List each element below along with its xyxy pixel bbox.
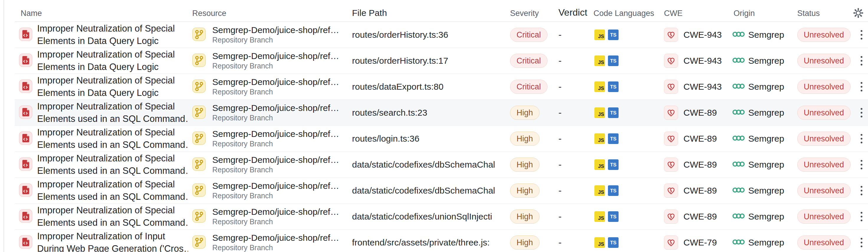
table-row[interactable]: Improper Neutralization of Special Eleme…	[15, 178, 868, 204]
findings-table-screen: NameResourceFile PathSeverityVerdictCode…	[0, 0, 868, 252]
file-path: data/static/codefixes/dbSchemaChal	[352, 178, 510, 203]
row-menu-kebab-icon[interactable]	[859, 157, 864, 172]
javascript-language-icon: JS	[594, 81, 605, 92]
table-row[interactable]: Improper Neutralization of Special Eleme…	[15, 152, 868, 178]
finding-name-line1: Improper Neutralization of Special	[37, 152, 188, 165]
finding-name-line2: Elements in Data Query Logic	[37, 35, 175, 47]
resource-type-label: Repository Branch	[212, 217, 339, 226]
verdict-value: -	[557, 22, 592, 48]
code-file-icon	[19, 183, 32, 198]
table-row[interactable]: Improper Neutralization of Special Eleme…	[15, 48, 868, 74]
broken-heart-icon	[664, 132, 678, 146]
semgrep-origin-icon	[733, 239, 745, 247]
broken-heart-icon	[664, 54, 678, 68]
broken-heart-icon	[664, 209, 678, 224]
table-settings-button[interactable]	[852, 7, 865, 20]
row-menu-kebab-icon[interactable]	[859, 209, 864, 224]
cwe-id: CWE-89	[683, 212, 717, 222]
semgrep-origin-icon	[733, 161, 745, 169]
status-badge: Unresolved	[797, 209, 850, 224]
table-row[interactable]: Improper Neutralization of Special Eleme…	[15, 204, 868, 230]
resource-type-label: Repository Branch	[212, 61, 339, 71]
file-path: routes/orderHistory.ts:36	[352, 22, 510, 48]
cwe-id: CWE-943	[683, 30, 722, 40]
semgrep-origin-icon	[733, 187, 745, 195]
row-menu-kebab-icon[interactable]	[859, 235, 864, 250]
column-header-verdict: Verdict	[557, 0, 592, 22]
column-header-resource: Resource	[191, 0, 352, 22]
semgrep-origin-icon	[733, 135, 745, 143]
row-menu-kebab-icon[interactable]	[859, 105, 864, 120]
resource-name: Semgrep-Demo/juice-shop/ref…	[212, 180, 339, 191]
finding-name-line1: Improper Neutralization of Input	[37, 230, 188, 243]
code-file-icon	[19, 27, 32, 42]
table-row[interactable]: Improper Neutralization of Special Eleme…	[15, 126, 868, 152]
git-branch-icon	[192, 53, 206, 68]
status-badge: Unresolved	[797, 132, 850, 146]
verdict-value: -	[557, 204, 592, 229]
row-menu-kebab-icon[interactable]	[859, 27, 864, 43]
column-header-cwe: CWE	[664, 0, 733, 22]
cwe-id: CWE-943	[683, 82, 722, 92]
typescript-language-icon: TS	[608, 107, 619, 118]
resource-name: Semgrep-Demo/juice-shop/ref…	[212, 51, 339, 61]
finding-name-line1: Improper Neutralization of Special	[37, 48, 175, 61]
broken-heart-icon	[664, 106, 678, 120]
table-body: Improper Neutralization of Special Eleme…	[15, 22, 868, 252]
git-branch-icon	[192, 105, 206, 120]
row-menu-kebab-icon[interactable]	[859, 53, 864, 68]
typescript-language-icon: TS	[608, 29, 619, 40]
row-menu-kebab-icon[interactable]	[859, 131, 864, 146]
findings-table: NameResourceFile PathSeverityVerdictCode…	[15, 0, 868, 252]
table-row[interactable]: Improper Neutralization of Input During …	[15, 230, 868, 252]
finding-name-line2: Elements used in an SQL Command…	[37, 165, 188, 177]
gear-icon	[852, 7, 865, 20]
table-row[interactable]: Improper Neutralization of Special Eleme…	[15, 74, 868, 100]
javascript-language-icon: JS	[594, 55, 605, 66]
file-path: frontend/src/assets/private/three.js:	[352, 230, 510, 252]
resource-type-label: Repository Branch	[212, 113, 339, 122]
finding-name-line2: Elements used in an SQL Command…	[37, 113, 188, 125]
typescript-language-icon: TS	[608, 159, 619, 170]
finding-name-line2: Elements in Data Query Logic	[37, 87, 175, 99]
javascript-language-icon: JS	[594, 107, 605, 118]
row-menu-kebab-icon[interactable]	[859, 183, 864, 198]
resource-name: Semgrep-Demo/juice-shop/ref…	[212, 103, 339, 113]
origin-name: Semgrep	[748, 186, 784, 196]
code-file-icon	[19, 209, 32, 224]
typescript-language-icon: TS	[608, 185, 619, 196]
typescript-language-icon: TS	[608, 211, 619, 222]
status-badge: Unresolved	[797, 80, 850, 94]
column-header-severity: Severity	[510, 0, 557, 22]
severity-badge: Critical	[510, 28, 548, 42]
git-branch-icon	[192, 209, 206, 224]
verdict-value: -	[557, 230, 592, 252]
finding-name-line1: Improper Neutralization of Special	[37, 178, 188, 191]
column-header-path: File Path	[352, 0, 510, 22]
cwe-id: CWE-79	[683, 237, 717, 248]
origin-name: Semgrep	[748, 237, 784, 248]
finding-name-line2: During Web Page Generation ('Cros…	[37, 243, 188, 252]
status-badge: Unresolved	[797, 184, 850, 198]
javascript-language-icon: JS	[594, 29, 605, 40]
code-file-icon	[19, 235, 32, 250]
code-file-icon	[19, 53, 32, 68]
table-row[interactable]: Improper Neutralization of Special Eleme…	[15, 22, 868, 48]
finding-name-line1: Improper Neutralization of Special	[37, 74, 175, 87]
broken-heart-icon	[664, 80, 678, 94]
resource-name: Semgrep-Demo/juice-shop/ref…	[212, 206, 339, 217]
finding-name-line1: Improper Neutralization of Special	[37, 126, 188, 139]
origin-name: Semgrep	[748, 82, 784, 92]
verdict-value: -	[557, 74, 592, 100]
resource-name: Semgrep-Demo/juice-shop/ref…	[212, 232, 339, 243]
git-branch-icon	[192, 79, 206, 94]
semgrep-origin-icon	[733, 109, 745, 117]
row-menu-kebab-icon[interactable]	[859, 79, 864, 94]
origin-name: Semgrep	[748, 212, 784, 222]
code-file-icon	[19, 105, 32, 120]
status-badge: Unresolved	[797, 235, 850, 250]
resource-type-label: Repository Branch	[212, 191, 339, 200]
file-path: routes/orderHistory.ts:17	[352, 48, 510, 74]
table-row[interactable]: Improper Neutralization of Special Eleme…	[15, 100, 868, 126]
severity-badge: Critical	[510, 80, 548, 94]
